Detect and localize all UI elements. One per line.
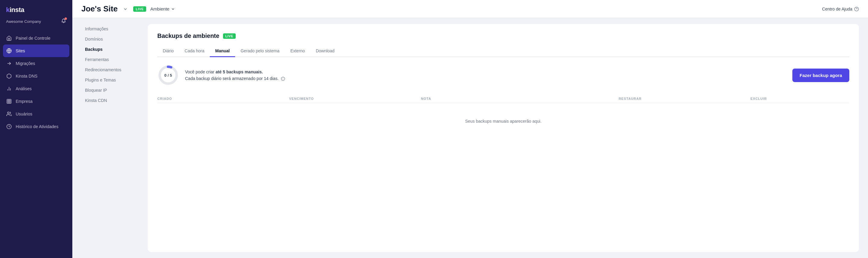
sidebar-logo-area: kinsta Awesome Company xyxy=(0,0,72,29)
card-header: Backups de ambiente LIVE xyxy=(157,33,849,39)
company-row: Awesome Company xyxy=(6,15,66,26)
svg-point-6 xyxy=(7,112,9,114)
home-icon xyxy=(6,35,12,41)
sidebar-item-historico[interactable]: Histórico de Atividades xyxy=(0,120,72,133)
col-nota: NOTA xyxy=(421,97,619,101)
col-excluir: EXCLUIR xyxy=(750,97,849,101)
table-header: CRIADO VENCIMENTO NOTA RESTAURAR EXCLUIR xyxy=(157,95,849,103)
subnav-backups[interactable]: Backups xyxy=(82,44,142,54)
tab-gerado-sistema[interactable]: Gerado pelo sistema xyxy=(235,45,285,57)
backup-info-section: 0 / 5 Você pode criar até 5 backups manu… xyxy=(157,64,849,86)
company-name: Awesome Company xyxy=(6,19,59,24)
sidebar-item-sites-label: Sites xyxy=(16,48,25,53)
tabs: Diário Cada hora Manual Gerado pelo sist… xyxy=(157,45,849,57)
backup-description: Você pode criar até 5 backups manuais. C… xyxy=(185,69,786,82)
backups-card: Backups de ambiente LIVE Diário Cada hor… xyxy=(148,24,859,252)
sidebar-item-analises-label: Análises xyxy=(16,86,32,91)
backup-line1: Você pode criar até 5 backups manuais. xyxy=(185,69,786,75)
logo-k: k xyxy=(6,6,10,13)
subnav-dominios[interactable]: Domínios xyxy=(82,34,142,44)
subnav-plugins-temas[interactable]: Plugins e Temas xyxy=(82,75,142,85)
tab-download[interactable]: Download xyxy=(310,45,340,57)
empty-state-text: Seus backups manuais aparecerão aqui. xyxy=(465,119,541,123)
sidebar-item-migracoes[interactable]: Migrações xyxy=(0,57,72,70)
fazer-backup-button[interactable]: Fazer backup agora xyxy=(792,69,849,82)
sidebar-nav: Painel de Controle Sites Migrações Kinst… xyxy=(0,29,72,258)
tab-cada-hora[interactable]: Cada hora xyxy=(179,45,210,57)
backup-line2: Cada backup diário será armazenado por 1… xyxy=(185,75,786,82)
topbar-right: Centro de Ajuda xyxy=(822,7,859,11)
tab-manual[interactable]: Manual xyxy=(210,45,235,57)
notif-dot xyxy=(64,17,67,20)
globe-icon xyxy=(6,48,12,54)
sidebar-item-migracoes-label: Migrações xyxy=(16,61,35,66)
ambiente-button[interactable]: Ambiente xyxy=(150,6,175,11)
donut-label: 0 / 5 xyxy=(164,73,172,78)
subnav-informacoes[interactable]: Informações xyxy=(82,24,142,34)
sidebar-item-usuarios[interactable]: Usuários xyxy=(0,108,72,120)
tab-diario[interactable]: Diário xyxy=(157,45,179,57)
ambiente-label: Ambiente xyxy=(150,6,169,11)
empty-state: Seus backups manuais aparecerão aqui. xyxy=(157,107,849,136)
users-icon xyxy=(6,111,12,117)
sidebar-item-analises[interactable]: Análises xyxy=(0,82,72,95)
site-title: Joe's Site xyxy=(82,4,118,13)
migration-icon xyxy=(6,61,12,67)
dns-icon xyxy=(6,73,12,79)
subnav-redirecionamentos[interactable]: Redirecionamentos xyxy=(82,65,142,75)
kinsta-logo: kinsta xyxy=(6,6,66,14)
subnav-ferramentas[interactable]: Ferramentas xyxy=(82,55,142,64)
help-icon xyxy=(854,7,859,11)
subnav-bloquear-ip[interactable]: Bloquear IP xyxy=(82,85,142,95)
sidebar-item-usuarios-label: Usuários xyxy=(16,112,32,116)
main-area: Joe's Site LIVE Ambiente Centro de Ajuda… xyxy=(72,0,868,258)
sidebar-item-painel-label: Painel de Controle xyxy=(16,36,50,41)
backup-donut-chart: 0 / 5 xyxy=(157,64,179,86)
subnav-kinsta-cdn[interactable]: Kinsta CDN xyxy=(82,96,142,105)
building-icon xyxy=(6,98,12,104)
chart-icon xyxy=(6,86,12,92)
help-label[interactable]: Centro de Ajuda xyxy=(822,7,852,11)
content-area: Informações Domínios Backups Ferramentas… xyxy=(72,18,868,258)
sidebar-item-empresa[interactable]: Empresa xyxy=(0,95,72,108)
backup-info-icon[interactable] xyxy=(281,77,285,81)
svg-rect-5 xyxy=(7,99,11,104)
site-dropdown-button[interactable] xyxy=(122,5,129,13)
topbar: Joe's Site LIVE Ambiente Centro de Ajuda xyxy=(72,0,868,18)
col-vencimento: VENCIMENTO xyxy=(289,97,421,101)
sidebar: kinsta Awesome Company Painel de Control… xyxy=(0,0,72,258)
clock-icon xyxy=(6,123,12,130)
card-title: Backups de ambiente xyxy=(157,33,219,39)
live-badge: LIVE xyxy=(133,6,146,12)
col-restaurar: RESTAURAR xyxy=(619,97,750,101)
sidebar-item-dns-label: Kinsta DNS xyxy=(16,74,37,78)
sidebar-item-sites[interactable]: Sites xyxy=(3,44,69,57)
col-criado: CRIADO xyxy=(157,97,289,101)
notification-bell[interactable] xyxy=(61,18,66,25)
sidebar-item-kinsta-dns[interactable]: Kinsta DNS xyxy=(0,70,72,82)
backup-bold: até 5 backups manuais. xyxy=(216,69,263,74)
card-live-badge: LIVE xyxy=(223,33,236,39)
subnav: Informações Domínios Backups Ferramentas… xyxy=(82,24,142,252)
sidebar-item-empresa-label: Empresa xyxy=(16,99,33,104)
sidebar-item-historico-label: Histórico de Atividades xyxy=(16,124,59,129)
sidebar-item-painel[interactable]: Painel de Controle xyxy=(0,32,72,44)
tab-externo[interactable]: Externo xyxy=(285,45,310,57)
